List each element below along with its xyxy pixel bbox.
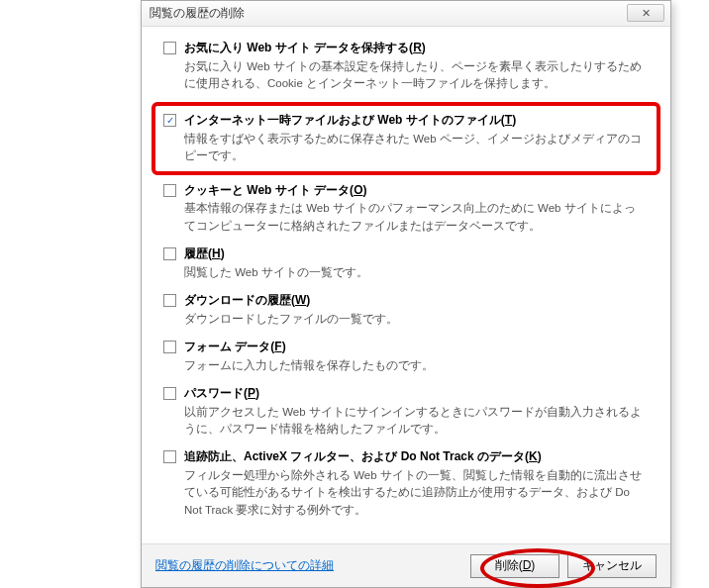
option-text: 履歴(H)閲覧した Web サイトの一覧です。 xyxy=(184,245,657,281)
option-text: クッキーと Web サイト データ(O)基本情報の保存または Web サイトのパ… xyxy=(184,182,657,235)
option-description: ダウンロードしたファイルの一覧です。 xyxy=(184,311,657,328)
option-row: クッキーと Web サイト データ(O)基本情報の保存または Web サイトのパ… xyxy=(155,179,657,243)
option-text: ダウンロードの履歴(W)ダウンロードしたファイルの一覧です。 xyxy=(184,292,657,328)
option-text: お気に入り Web サイト データを保持する(R)お気に入り Web サイトの基… xyxy=(184,40,657,92)
option-text: フォーム データ(F)フォームに入力した情報を保存したものです。 xyxy=(184,339,657,374)
option-text: パスワード(P)以前アクセスした Web サイトにサインインするときにパスワード… xyxy=(184,385,657,438)
option-label[interactable]: クッキーと Web サイト データ(O) xyxy=(184,182,657,199)
option-label[interactable]: 履歴(H) xyxy=(184,245,657,262)
dialog-title: 閲覧の履歴の削除 xyxy=(150,5,245,22)
option-description: 以前アクセスした Web サイトにサインインするときにパスワードが自動入力される… xyxy=(184,404,657,439)
option-label[interactable]: ダウンロードの履歴(W) xyxy=(184,292,657,309)
option-text: 追跡防止、ActiveX フィルター、および Do Not Track のデータ… xyxy=(184,448,657,519)
option-label[interactable]: フォーム データ(F) xyxy=(184,339,657,355)
checkbox[interactable] xyxy=(163,450,176,463)
dialog-content: お気に入り Web サイト データを保持する(R)お気に入り Web サイトの基… xyxy=(142,27,670,541)
option-label[interactable]: お気に入り Web サイト データを保持する(R) xyxy=(184,40,657,56)
delete-button-label: 削除(D) xyxy=(495,557,536,574)
option-description: 基本情報の保存または Web サイトのパフォーマンス向上のために Web サイト… xyxy=(184,200,657,235)
option-row: 追跡防止、ActiveX フィルター、および Do Not Track のデータ… xyxy=(155,445,657,527)
option-row: お気に入り Web サイト データを保持する(R)お気に入り Web サイトの基… xyxy=(155,37,657,100)
checkbox[interactable]: ✓ xyxy=(163,114,176,127)
option-description: フィルター処理から除外される Web サイトの一覧、閲覧した情報を自動的に流出さ… xyxy=(184,467,657,519)
option-description: フォームに入力した情報を保存したものです。 xyxy=(184,357,657,374)
option-description: お気に入り Web サイトの基本設定を保持したり、ページを素早く表示したりするた… xyxy=(184,58,657,93)
about-delete-history-link[interactable]: 閲覧の履歴の削除についての詳細 xyxy=(155,557,334,574)
option-row: ダウンロードの履歴(W)ダウンロードしたファイルの一覧です。 xyxy=(155,289,657,336)
checkbox[interactable] xyxy=(163,294,176,307)
option-description: 閲覧した Web サイトの一覧です。 xyxy=(184,264,657,281)
option-row: パスワード(P)以前アクセスした Web サイトにサインインするときにパスワード… xyxy=(155,382,657,445)
titlebar[interactable]: 閲覧の履歴の削除 ✕ xyxy=(142,1,670,27)
option-row: ✓インターネット一時ファイルおよび Web サイトのファイル(T)情報をすばやく… xyxy=(152,102,660,174)
dialog-footer: 閲覧の履歴の削除についての詳細 削除(D) キャンセル xyxy=(142,543,670,587)
close-icon: ✕ xyxy=(642,7,651,20)
checkbox[interactable] xyxy=(163,341,176,353)
checkbox[interactable] xyxy=(163,247,176,260)
checkbox[interactable] xyxy=(163,184,176,197)
checkbox[interactable] xyxy=(163,42,176,54)
delete-browsing-history-dialog: 閲覧の履歴の削除 ✕ お気に入り Web サイト データを保持する(R)お気に入… xyxy=(141,0,671,588)
option-row: 履歴(H)閲覧した Web サイトの一覧です。 xyxy=(155,243,657,289)
cancel-button-label: キャンセル xyxy=(582,557,642,574)
option-label[interactable]: 追跡防止、ActiveX フィルター、および Do Not Track のデータ… xyxy=(184,448,657,465)
close-button[interactable]: ✕ xyxy=(627,4,664,22)
delete-button[interactable]: 削除(D) xyxy=(470,554,559,578)
option-row: フォーム データ(F)フォームに入力した情報を保存したものです。 xyxy=(155,336,657,382)
option-description: 情報をすばやく表示するために保存された Web ページ、イメージおよびメディアの… xyxy=(184,131,657,165)
option-label[interactable]: パスワード(P) xyxy=(184,385,657,402)
option-label[interactable]: インターネット一時ファイルおよび Web サイトのファイル(T) xyxy=(184,112,657,129)
option-text: インターネット一時ファイルおよび Web サイトのファイル(T)情報をすばやく表… xyxy=(184,112,657,164)
cancel-button[interactable]: キャンセル xyxy=(567,554,657,578)
checkbox[interactable] xyxy=(163,387,176,400)
